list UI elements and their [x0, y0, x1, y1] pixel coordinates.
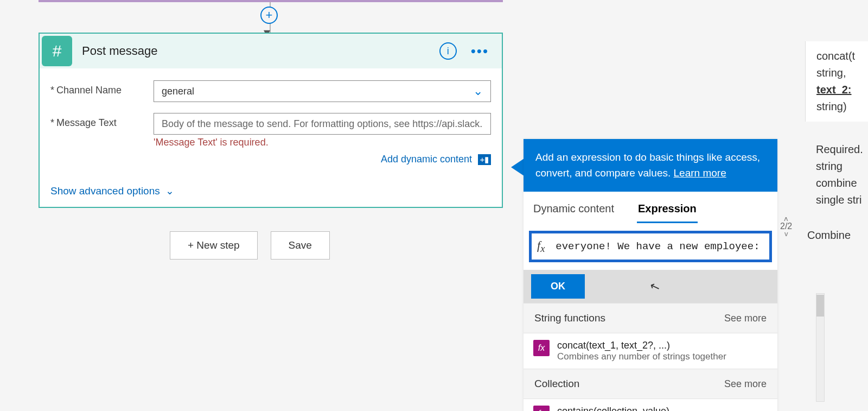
cursor-icon: ↖ [648, 278, 662, 295]
doc-line: concat(t [816, 48, 868, 65]
fx-icon: fx [533, 406, 550, 411]
doc-line: string, [816, 65, 868, 81]
function-desc: Combines any number of strings together [557, 351, 726, 362]
section-title: Collection [534, 378, 579, 390]
scroll-thumb[interactable] [816, 295, 824, 317]
ok-button[interactable]: OK [531, 274, 585, 299]
function-contains[interactable]: fx contains(collection, value) [524, 399, 777, 411]
dc-callout-arrow [511, 159, 524, 176]
new-step-button[interactable]: + New step [170, 231, 258, 260]
section-string-functions: String functions See more [524, 303, 777, 333]
previous-step-bar [39, 0, 503, 2]
pager-up-icon[interactable]: ʌ [780, 216, 792, 222]
doc-line: combine [816, 175, 868, 192]
pager: ʌ 2/2 v [780, 216, 792, 237]
doc-line: Required. [816, 141, 868, 158]
pager-down-icon[interactable]: v [780, 231, 792, 237]
show-advanced-options[interactable]: Show advanced options ⌄ [50, 185, 174, 197]
card-body: Channel Name general ⌄ Message Text 'Mes… [40, 68, 502, 207]
expression-input-wrap: fx [529, 231, 772, 262]
doc-tooltip-fragment-2: Required. string combine single stri [805, 141, 868, 208]
see-more-link[interactable]: See more [724, 378, 767, 390]
doc-tooltip-fragment-3: Combine [805, 229, 868, 242]
function-name: contains(collection, value) [557, 406, 669, 411]
tab-expression[interactable]: Expression [637, 198, 698, 223]
doc-line: string [816, 158, 868, 175]
add-dynamic-content-link[interactable]: Add dynamic content +▮ [154, 154, 491, 165]
doc-line: text_2: [816, 81, 868, 98]
post-message-card: # Post message i ••• Channel Name genera… [39, 33, 503, 208]
save-button[interactable]: Save [271, 231, 330, 260]
slack-icon: # [42, 36, 72, 66]
button-row: + New step Save [170, 231, 330, 260]
doc-line: string) [816, 98, 868, 115]
dc-header: Add an expression to do basic things lik… [524, 139, 777, 192]
chevron-down-icon: ⌄ [165, 185, 174, 197]
scrollbar[interactable] [816, 293, 825, 402]
fx-icon: fx [533, 340, 550, 356]
message-error: 'Message Text' is required. [154, 137, 491, 148]
more-icon[interactable]: ••• [471, 43, 489, 60]
card-header[interactable]: # Post message i ••• [40, 34, 502, 68]
message-text-input[interactable] [154, 113, 491, 135]
message-text-label: Message Text [50, 113, 154, 129]
info-icon[interactable]: i [439, 42, 457, 60]
dc-header-text: Add an expression to do basic things lik… [535, 151, 760, 179]
ok-row: OK ↖ [524, 270, 777, 303]
section-title: String functions [534, 312, 605, 324]
dynamic-content-panel: Add an expression to do basic things lik… [524, 139, 777, 411]
doc-line: single stri [816, 192, 868, 208]
fx-icon: fx [537, 238, 554, 255]
channel-select-value: general [162, 86, 194, 97]
channel-select[interactable]: general ⌄ [154, 80, 491, 102]
expression-input[interactable] [554, 240, 764, 253]
add-dynamic-content-label: Add dynamic content [381, 154, 472, 165]
show-advanced-label: Show advanced options [50, 185, 160, 197]
chevron-down-icon: ⌄ [473, 84, 483, 98]
section-collection: Collection See more [524, 369, 777, 399]
tab-dynamic-content[interactable]: Dynamic content [532, 198, 615, 223]
see-more-link[interactable]: See more [724, 313, 767, 324]
function-list: String functions See more fx concat(text… [524, 303, 777, 411]
card-title: Post message [82, 44, 439, 58]
function-concat[interactable]: fx concat(text_1, text_2?, ...) Combines… [524, 333, 777, 369]
doc-tooltip-fragment: concat(t string, text_2: string) [805, 41, 868, 122]
dc-tabs: Dynamic content Expression [524, 192, 777, 223]
function-name: concat(text_1, text_2?, ...) [557, 340, 726, 351]
add-dynamic-icon: +▮ [478, 154, 491, 165]
learn-more-link[interactable]: Learn more [674, 167, 726, 179]
add-step-between-icon[interactable]: + [260, 7, 278, 24]
channel-name-label: Channel Name [50, 80, 154, 96]
